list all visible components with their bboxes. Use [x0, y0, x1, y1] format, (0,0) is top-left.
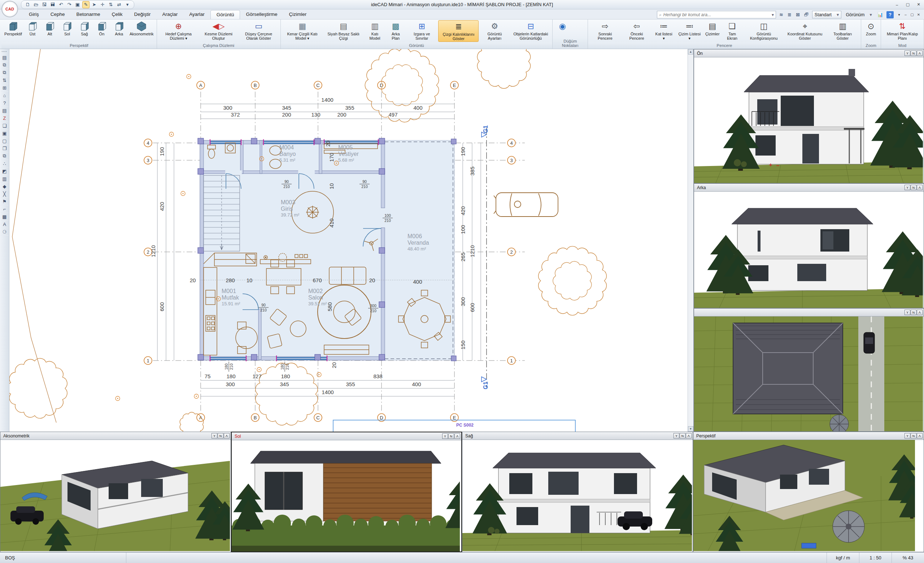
corner-pick-icon[interactable]: ⌐ — [1, 205, 9, 213]
ribbon-item-sol[interactable]: Sol — [59, 20, 75, 37]
view-pane-aksonometrik[interactable]: Aksonometrik YNΛ — [0, 432, 231, 552]
section-line-g1[interactable] — [482, 128, 486, 388]
layer-list-icon[interactable]: ≣ — [786, 12, 793, 18]
ribbon-item-sonraki-pencere[interactable]: ⇨Sonraki Pencere — [590, 20, 621, 41]
form-properties-icon[interactable]: ▤ — [1, 54, 9, 61]
ribbon-item-kesme-düzlemi-oluştur[interactable]: ◀▷Kesme Düzlemi Oluştur — [200, 20, 238, 41]
tree-canopy[interactable] — [477, 49, 530, 88]
slab-outline[interactable] — [333, 420, 575, 432]
ribbon-item-kat-listesi-[interactable]: ≔Kat listesi ▾ — [652, 20, 675, 41]
duplicate-icon[interactable]: ❏ — [1, 122, 9, 130]
ribbon-item-arka-plan[interactable]: ▩Arka Plan — [386, 20, 405, 41]
command-search[interactable]: ⌕ ▾ — [657, 11, 776, 18]
tab-çelik[interactable]: Çelik — [106, 10, 129, 19]
filter-view-button[interactable]: Y — [904, 185, 910, 190]
toolbar-grip[interactable]: ▪▪▪▪ — [2, 50, 7, 53]
ribbon-item-önceki-pencere[interactable]: ⇦Önceki Pencere — [621, 20, 652, 41]
tab-görüntü[interactable]: Görüntü — [210, 10, 240, 19]
pane-header[interactable]: Sağ YNΛ — [462, 432, 693, 440]
find-icon[interactable]: ⚆ — [1, 228, 9, 236]
minimize-button[interactable]: ‒ — [891, 1, 902, 8]
copy-objects-icon[interactable]: ⧉ — [1, 61, 9, 69]
ribbon-item-çizgi-kalınlıklarını-göster[interactable]: ≣Çizgi Kalınlıklarını Göster — [438, 20, 478, 42]
tab-çizimler[interactable]: Çizimler — [283, 10, 312, 19]
paste-objects-icon[interactable]: ⊞ — [1, 84, 9, 92]
ribbon-item-zoom[interactable]: ⊙Zoom — [862, 20, 879, 37]
mdi-control-3[interactable]: ✕ — [915, 12, 922, 18]
ribbon-item-üst[interactable]: Üst — [24, 20, 41, 37]
normal-view-button[interactable]: N — [680, 433, 686, 439]
building-select-icon[interactable]: ⌂ — [1, 92, 9, 99]
ribbon-item-görüntü-konfigürasyonu[interactable]: ◫Görüntü Konfigürasyonu — [744, 20, 784, 41]
tree-canopy[interactable] — [255, 363, 318, 425]
layer-manager-icon[interactable]: ≋ — [778, 12, 784, 18]
section-tool-icon[interactable]: Z — [1, 114, 9, 122]
ribbon-item-katı-model[interactable]: ▥Katı Model — [364, 20, 386, 41]
normal-view-button[interactable]: N — [910, 310, 916, 315]
view-pane-sol[interactable]: Sol YNΛ — [231, 432, 462, 552]
left-elevation-view[interactable] — [232, 440, 461, 551]
tab-betonarme[interactable]: Betonarme — [71, 10, 106, 19]
xref-icon[interactable]: ⊠ — [795, 12, 801, 18]
close-button[interactable]: ✕ — [913, 1, 924, 8]
tab-giriş[interactable]: Giriş — [23, 10, 45, 19]
ribbon-item-arka[interactable]: Arka — [111, 20, 128, 37]
roof-top-view[interactable] — [694, 316, 924, 431]
tab-değiştir[interactable]: Değiştir — [129, 10, 157, 19]
ribbon-item-objelerin-katlardaki-görünürlüğü[interactable]: ⊟Objelerin Katlardaki Görünürlüğü — [510, 20, 551, 41]
mdi-control-1[interactable]: ‒ — [902, 12, 909, 18]
view-cube-icon[interactable]: 🗗 — [803, 12, 810, 18]
collapse-view-button[interactable]: Λ — [224, 433, 230, 439]
filter-view-button[interactable]: Y — [904, 51, 910, 56]
maximize-button[interactable]: ▢ — [902, 1, 913, 8]
report-icon[interactable]: 📊 — [876, 12, 884, 18]
front-elevation-view[interactable] — [694, 57, 924, 183]
status-scale[interactable]: 1 : 50 — [859, 553, 891, 563]
style-select[interactable]: Standart ▾ — [812, 11, 842, 18]
marquee-select-icon[interactable]: ▢ — [1, 137, 9, 145]
tab-araçlar[interactable]: Araçlar — [156, 10, 183, 19]
ribbon-item-kenar-çizgili-katı-model-[interactable]: ▦Kenar Çizgili Katı Model ▾ — [282, 20, 322, 41]
room-label-m004[interactable]: M004Banyo5.31 m² — [279, 144, 296, 163]
filter-view-button[interactable]: Y — [212, 433, 217, 439]
ribbon-item-izgara-ve-sınırlar[interactable]: ⊞Izgara ve Sınırlar — [406, 20, 438, 41]
pane-header[interactable]: Arka YNΛ — [694, 184, 924, 192]
search-input[interactable] — [663, 12, 770, 17]
collapse-view-button[interactable]: Λ — [917, 51, 922, 56]
workplane-icon[interactable]: ◩ — [1, 168, 9, 175]
view-pane-on[interactable]: Ön YNΛ — [694, 49, 924, 183]
mdi-control-2[interactable]: ▢ — [909, 12, 915, 18]
filter-view-button[interactable]: Y — [674, 433, 679, 439]
right-elevation-view[interactable] — [462, 440, 693, 552]
collapse-view-button[interactable]: Λ — [686, 433, 692, 439]
normal-view-button[interactable]: N — [448, 433, 454, 439]
pane-header[interactable]: Ön YNΛ — [694, 49, 924, 57]
perspective-view[interactable] — [693, 440, 924, 552]
axonometric-view[interactable] — [0, 440, 231, 552]
snap-points-icon[interactable]: ∴ — [1, 160, 9, 168]
plan-canvas[interactable]: AABBCCDDEE44332211 — [9, 49, 694, 432]
scroll-down-button[interactable]: ▼ — [688, 426, 693, 432]
bring-front-icon[interactable]: ⧉ — [1, 152, 9, 160]
library-icon[interactable]: ▥ — [1, 175, 9, 183]
flag-tool-icon[interactable]: ⚑ — [1, 198, 9, 205]
ribbon-item-çizim-listesi-[interactable]: ≕Çizim Listesi ▾ — [676, 20, 703, 41]
chevron-down-icon[interactable]: ▾ — [772, 12, 774, 17]
filter-view-button[interactable]: Y — [442, 433, 448, 439]
tab-cephe[interactable]: Cephe — [45, 10, 71, 19]
view-pane-perspektif[interactable]: Perspektif YNΛ — [693, 432, 924, 552]
canvas-scrollbar[interactable]: ▲ ▼ — [688, 49, 693, 432]
ribbon-item-alt[interactable]: Alt — [42, 20, 58, 37]
collapse-view-button[interactable]: Λ — [917, 310, 922, 315]
normal-view-button[interactable]: N — [910, 433, 916, 439]
render-camera-icon[interactable]: ▣ — [1, 130, 9, 137]
mdi-control-0[interactable]: ▾ — [896, 12, 902, 18]
status-zoom[interactable]: % 43 — [891, 553, 924, 563]
extrude-icon[interactable]: ◆ — [1, 183, 9, 190]
back-elevation-view[interactable] — [694, 192, 924, 308]
pane-header[interactable]: YNΛ — [694, 308, 924, 316]
normal-view-button[interactable]: N — [910, 185, 916, 190]
filter-view-button[interactable]: Y — [904, 433, 910, 439]
object-colors-icon[interactable]: ▩ — [1, 213, 9, 220]
ribbon-item-görüntü-ayarları[interactable]: ⚙Görüntü Ayarları — [479, 20, 510, 41]
